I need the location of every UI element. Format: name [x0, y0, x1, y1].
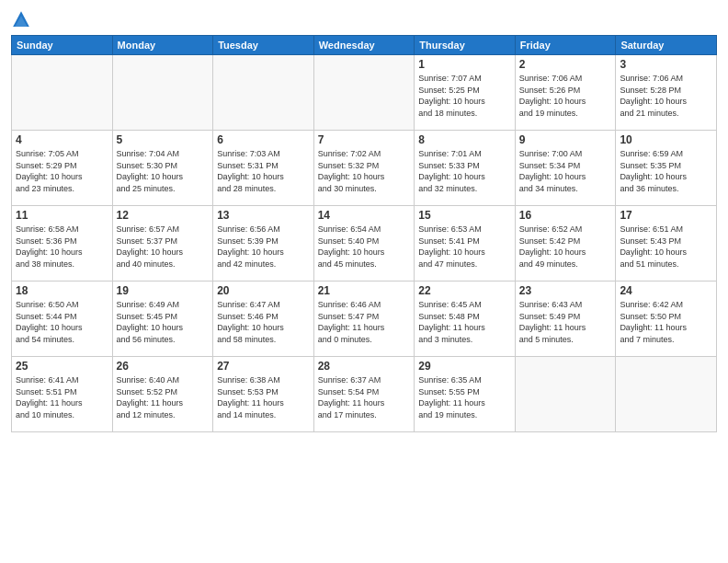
day-number: 26: [117, 360, 210, 373]
week-row-1: 1Sunrise: 7:07 AM Sunset: 5:25 PM Daylig…: [12, 55, 717, 131]
day-number: 18: [16, 284, 108, 297]
day-number: 22: [418, 284, 511, 297]
day-cell: 9Sunrise: 7:00 AM Sunset: 5:34 PM Daylig…: [515, 131, 616, 206]
day-info: Sunrise: 6:45 AM Sunset: 5:48 PM Dayligh…: [418, 299, 511, 345]
day-number: 11: [16, 209, 108, 222]
day-cell: 22Sunrise: 6:45 AM Sunset: 5:48 PM Dayli…: [415, 282, 516, 357]
day-cell: 18Sunrise: 6:50 AM Sunset: 5:44 PM Dayli…: [12, 282, 113, 357]
header-cell-wednesday: Wednesday: [313, 36, 415, 55]
day-number: 12: [117, 209, 210, 222]
day-number: 19: [117, 284, 210, 297]
day-info: Sunrise: 7:07 AM Sunset: 5:25 PM Dayligh…: [418, 73, 511, 119]
day-info: Sunrise: 6:38 AM Sunset: 5:53 PM Dayligh…: [217, 374, 310, 420]
calendar-header: SundayMondayTuesdayWednesdayThursdayFrid…: [12, 36, 717, 55]
day-number: 8: [418, 133, 511, 146]
day-cell: 17Sunrise: 6:51 AM Sunset: 5:43 PM Dayli…: [616, 206, 717, 282]
day-cell: [313, 55, 415, 131]
day-number: 9: [519, 133, 612, 146]
day-info: Sunrise: 6:41 AM Sunset: 5:51 PM Dayligh…: [16, 374, 108, 420]
day-number: 15: [418, 209, 511, 222]
day-info: Sunrise: 6:50 AM Sunset: 5:44 PM Dayligh…: [16, 299, 108, 345]
header: [11, 9, 717, 29]
header-cell-sunday: Sunday: [12, 36, 113, 55]
day-cell: 26Sunrise: 6:40 AM Sunset: 5:52 PM Dayli…: [112, 357, 213, 432]
header-cell-tuesday: Tuesday: [213, 36, 314, 55]
day-cell: 13Sunrise: 6:56 AM Sunset: 5:39 PM Dayli…: [213, 206, 314, 282]
header-cell-monday: Monday: [112, 36, 213, 55]
day-cell: 3Sunrise: 7:06 AM Sunset: 5:28 PM Daylig…: [616, 55, 717, 131]
day-info: Sunrise: 6:58 AM Sunset: 5:36 PM Dayligh…: [16, 224, 108, 270]
day-number: 4: [16, 133, 108, 146]
day-cell: [616, 357, 717, 432]
week-row-4: 18Sunrise: 6:50 AM Sunset: 5:44 PM Dayli…: [12, 282, 717, 357]
day-number: 5: [117, 133, 210, 146]
logo-icon: [11, 9, 31, 29]
day-cell: 23Sunrise: 6:43 AM Sunset: 5:49 PM Dayli…: [515, 282, 616, 357]
day-info: Sunrise: 7:02 AM Sunset: 5:32 PM Dayligh…: [318, 148, 411, 194]
day-cell: 16Sunrise: 6:52 AM Sunset: 5:42 PM Dayli…: [515, 206, 616, 282]
day-cell: 8Sunrise: 7:01 AM Sunset: 5:33 PM Daylig…: [415, 131, 516, 206]
day-number: 14: [318, 209, 411, 222]
day-cell: 29Sunrise: 6:35 AM Sunset: 5:55 PM Dayli…: [415, 357, 516, 432]
day-cell: 14Sunrise: 6:54 AM Sunset: 5:40 PM Dayli…: [313, 206, 415, 282]
day-cell: 27Sunrise: 6:38 AM Sunset: 5:53 PM Dayli…: [213, 357, 314, 432]
day-cell: 11Sunrise: 6:58 AM Sunset: 5:36 PM Dayli…: [12, 206, 113, 282]
day-cell: 28Sunrise: 6:37 AM Sunset: 5:54 PM Dayli…: [313, 357, 415, 432]
day-cell: 25Sunrise: 6:41 AM Sunset: 5:51 PM Dayli…: [12, 357, 113, 432]
day-number: 7: [318, 133, 411, 146]
header-cell-friday: Friday: [515, 36, 616, 55]
day-cell: 6Sunrise: 7:03 AM Sunset: 5:31 PM Daylig…: [213, 131, 314, 206]
day-info: Sunrise: 6:43 AM Sunset: 5:49 PM Dayligh…: [519, 299, 612, 345]
day-cell: 10Sunrise: 6:59 AM Sunset: 5:35 PM Dayli…: [616, 131, 717, 206]
day-info: Sunrise: 7:06 AM Sunset: 5:28 PM Dayligh…: [620, 73, 712, 119]
day-info: Sunrise: 6:54 AM Sunset: 5:40 PM Dayligh…: [318, 224, 411, 270]
calendar-table: SundayMondayTuesdayWednesdayThursdayFrid…: [11, 35, 717, 432]
day-cell: 7Sunrise: 7:02 AM Sunset: 5:32 PM Daylig…: [313, 131, 415, 206]
day-number: 3: [620, 58, 712, 71]
header-cell-saturday: Saturday: [616, 36, 717, 55]
day-info: Sunrise: 7:01 AM Sunset: 5:33 PM Dayligh…: [418, 148, 511, 194]
day-cell: [12, 55, 113, 131]
day-number: 10: [620, 133, 712, 146]
header-cell-thursday: Thursday: [415, 36, 516, 55]
day-number: 1: [418, 58, 511, 71]
day-info: Sunrise: 6:56 AM Sunset: 5:39 PM Dayligh…: [217, 224, 310, 270]
day-info: Sunrise: 7:05 AM Sunset: 5:29 PM Dayligh…: [16, 148, 108, 194]
day-number: 28: [318, 360, 411, 373]
day-number: 17: [620, 209, 712, 222]
day-cell: [213, 55, 314, 131]
day-info: Sunrise: 7:00 AM Sunset: 5:34 PM Dayligh…: [519, 148, 612, 194]
week-row-3: 11Sunrise: 6:58 AM Sunset: 5:36 PM Dayli…: [12, 206, 717, 282]
day-cell: 20Sunrise: 6:47 AM Sunset: 5:46 PM Dayli…: [213, 282, 314, 357]
day-cell: 2Sunrise: 7:06 AM Sunset: 5:26 PM Daylig…: [515, 55, 616, 131]
day-cell: 1Sunrise: 7:07 AM Sunset: 5:25 PM Daylig…: [415, 55, 516, 131]
week-row-5: 25Sunrise: 6:41 AM Sunset: 5:51 PM Dayli…: [12, 357, 717, 432]
day-cell: [112, 55, 213, 131]
day-cell: 21Sunrise: 6:46 AM Sunset: 5:47 PM Dayli…: [313, 282, 415, 357]
day-info: Sunrise: 6:47 AM Sunset: 5:46 PM Dayligh…: [217, 299, 310, 345]
day-info: Sunrise: 6:59 AM Sunset: 5:35 PM Dayligh…: [620, 148, 712, 194]
day-info: Sunrise: 6:53 AM Sunset: 5:41 PM Dayligh…: [418, 224, 511, 270]
day-cell: 24Sunrise: 6:42 AM Sunset: 5:50 PM Dayli…: [616, 282, 717, 357]
day-info: Sunrise: 6:35 AM Sunset: 5:55 PM Dayligh…: [418, 374, 511, 420]
day-cell: [515, 357, 616, 432]
day-number: 2: [519, 58, 612, 71]
day-cell: 12Sunrise: 6:57 AM Sunset: 5:37 PM Dayli…: [112, 206, 213, 282]
day-number: 13: [217, 209, 310, 222]
day-number: 20: [217, 284, 310, 297]
day-info: Sunrise: 6:49 AM Sunset: 5:45 PM Dayligh…: [117, 299, 210, 345]
day-info: Sunrise: 6:40 AM Sunset: 5:52 PM Dayligh…: [117, 374, 210, 420]
day-cell: 15Sunrise: 6:53 AM Sunset: 5:41 PM Dayli…: [415, 206, 516, 282]
day-info: Sunrise: 6:37 AM Sunset: 5:54 PM Dayligh…: [318, 374, 411, 420]
day-cell: 19Sunrise: 6:49 AM Sunset: 5:45 PM Dayli…: [112, 282, 213, 357]
day-cell: 5Sunrise: 7:04 AM Sunset: 5:30 PM Daylig…: [112, 131, 213, 206]
week-row-2: 4Sunrise: 7:05 AM Sunset: 5:29 PM Daylig…: [12, 131, 717, 206]
day-number: 16: [519, 209, 612, 222]
day-info: Sunrise: 6:46 AM Sunset: 5:47 PM Dayligh…: [318, 299, 411, 345]
day-info: Sunrise: 6:42 AM Sunset: 5:50 PM Dayligh…: [620, 299, 712, 345]
day-number: 27: [217, 360, 310, 373]
day-number: 25: [16, 360, 108, 373]
day-number: 21: [318, 284, 411, 297]
day-info: Sunrise: 6:51 AM Sunset: 5:43 PM Dayligh…: [620, 224, 712, 270]
day-info: Sunrise: 7:06 AM Sunset: 5:26 PM Dayligh…: [519, 73, 612, 119]
